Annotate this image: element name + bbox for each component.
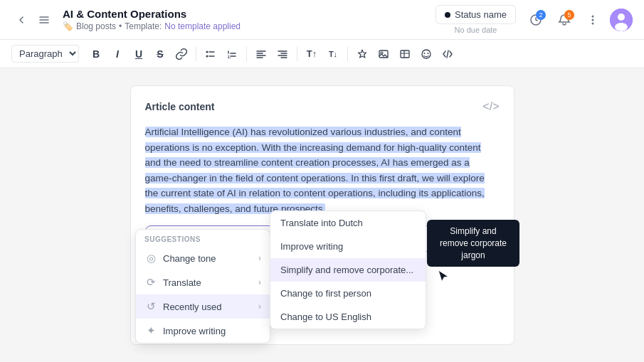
svg-point-5 [618,14,625,21]
article-section-title: Article content [145,101,215,112]
bold-button[interactable]: B [86,44,106,64]
svg-point-14 [424,53,426,54]
change-tone-label: Change tone [163,253,253,264]
menu-item-improve-writing[interactable]: ✦ Improve writing [136,319,270,343]
main-content: Article content </> Artificial Intellige… [0,68,644,362]
svg-text:1.: 1. [228,54,231,58]
svg-point-15 [428,53,429,54]
badge-1: 2 [536,10,546,20]
svg-point-6 [615,23,628,31]
suggestions-menu: SUGGESTIONS ◎ Change tone › ⟳ Translate … [135,229,270,344]
doc-info: AI & Content Operations 🏷️ Blog posts • … [63,8,427,31]
submenu: Translate into Dutch Improve writing Sim… [270,211,426,329]
menu-item-translate[interactable]: ⟳ Translate › [136,270,270,294]
strikethrough-button[interactable]: S [150,44,170,64]
selected-text: Artificial Intelligence (AI) has revolut… [145,127,485,214]
svg-point-1 [592,15,594,17]
change-tone-icon: ◎ [144,252,157,265]
text-style-2-button[interactable]: T↓ [323,44,343,64]
menu-item-recently-used[interactable]: ↺ Recently used › [136,294,270,319]
status-button[interactable]: Status name [436,5,516,24]
status-area: Status name No due date [436,5,516,34]
badge-2: 5 [564,10,574,20]
toolbar-separator-1 [196,47,196,61]
submenu-first-person[interactable]: Change to first person [270,282,426,305]
notifications-button-2[interactable]: 5 [553,9,576,31]
top-bar: AI & Content Operations 🏷️ Blog posts • … [0,0,644,40]
underline-button[interactable]: U [129,44,149,64]
recently-used-label: Recently used [163,302,253,312]
svg-rect-12 [401,50,409,58]
back-button[interactable] [11,10,31,30]
text-style-1-button[interactable]: T↑ [302,44,322,64]
nav-buttons [11,10,54,30]
unordered-list-button[interactable] [201,44,221,64]
tooltip: Simplify and remove corporate jargon [427,220,519,267]
submenu-simplify-corporate[interactable]: Simplify and remove corporate... [270,258,426,282]
svg-point-2 [592,18,594,21]
article-header: Article content </> [145,100,500,113]
status-label: Status name [455,9,507,20]
submenu-translate-dutch[interactable]: Translate into Dutch [270,211,426,235]
recently-used-icon: ↺ [144,300,157,313]
italic-button[interactable]: I [107,44,127,64]
emoji-button[interactable] [416,44,436,64]
due-date: No due date [455,26,497,34]
svg-point-7 [206,50,208,53]
breadcrumb-sep: • [119,21,122,31]
align-right-button[interactable] [273,44,292,64]
toolbar: Paragraph B I U S 1. T↑ T↓ [0,40,644,68]
code-icon[interactable]: </> [482,100,499,113]
translate-arrow: › [258,277,261,287]
improve-writing-icon: ✦ [144,324,157,337]
menu-button[interactable] [34,10,54,30]
status-dot [445,12,450,18]
toolbar-separator-4 [347,47,348,61]
submenu-improve-writing[interactable]: Improve writing [270,235,426,258]
paragraph-select[interactable]: Paragraph [11,45,79,63]
menu-item-change-tone[interactable]: ◎ Change tone › [136,246,270,270]
table-button[interactable] [395,44,415,64]
doc-title: AI & Content Operations [63,8,427,20]
suggestions-header: SUGGESTIONS [136,230,270,246]
svg-point-8 [206,55,208,57]
ordered-list-button[interactable]: 1. [222,44,242,64]
template-label: Template: [125,21,162,31]
change-tone-arrow: › [258,253,261,263]
doc-meta: 🏷️ Blog posts • Template: No template ap… [63,21,427,31]
template-link[interactable]: No template applied [164,21,241,31]
toolbar-separator-3 [297,47,297,61]
blog-icon: 🏷️ [63,21,73,31]
link-button[interactable] [171,44,191,64]
recently-used-arrow: › [258,302,261,312]
avatar [610,9,633,31]
improve-writing-label: Improve writing [163,326,261,336]
embed-button[interactable] [438,44,458,64]
toolbar-separator-2 [246,47,247,61]
translate-icon: ⟳ [144,276,157,289]
align-left-button[interactable] [251,44,271,64]
breadcrumb-type: Blog posts [76,21,116,31]
submenu-us-english[interactable]: Change to US English [270,305,426,329]
article-body: Artificial Intelligence (AI) has revolut… [145,124,500,217]
image-button[interactable] [374,44,394,64]
svg-point-11 [381,52,383,54]
svg-point-3 [592,22,594,24]
more-options-button[interactable] [581,9,604,31]
top-bar-actions: 2 5 [524,9,633,31]
notifications-button-1[interactable]: 2 [524,9,547,31]
extra-1-button[interactable] [352,44,372,64]
translate-label: Translate [163,277,253,288]
